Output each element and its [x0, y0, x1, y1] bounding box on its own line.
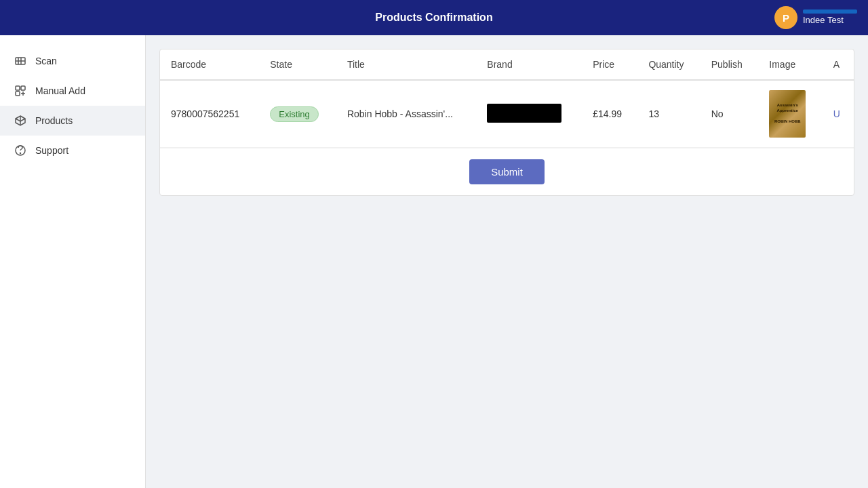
cell-price: £14.99	[582, 80, 637, 148]
support-icon	[14, 144, 27, 157]
sidebar-item-scan[interactable]: Scan	[0, 46, 145, 76]
products-table: Barcode State Title Brand Price Quantity…	[160, 49, 854, 148]
col-barcode: Barcode	[160, 49, 259, 80]
svg-rect-4	[16, 86, 20, 90]
scan-icon	[14, 54, 27, 68]
submit-area: Submit	[160, 148, 854, 195]
table-row: 9780007562251 Existing Robin Hobb - Assa…	[160, 80, 854, 148]
cell-title: Robin Hobb - Assassin'...	[336, 80, 476, 148]
sidebar-item-support[interactable]: Support	[0, 136, 145, 165]
col-action: A	[823, 49, 854, 80]
user-name: Indee Test	[803, 15, 844, 25]
sidebar-item-scan-label: Scan	[35, 56, 57, 66]
svg-rect-5	[21, 86, 25, 90]
app-header: Products Confirmation P Indee Test	[0, 0, 868, 35]
main-layout: Scan Manual Add	[0, 35, 868, 488]
submit-button[interactable]: Submit	[469, 159, 545, 184]
cell-brand	[476, 80, 582, 148]
sidebar-item-manual-add-label: Manual Add	[35, 85, 85, 96]
cell-publish: No	[701, 80, 759, 148]
page-title: Products Confirmation	[375, 12, 492, 24]
products-icon	[14, 114, 27, 127]
products-table-card: Barcode State Title Brand Price Quantity…	[159, 49, 854, 196]
manual-add-icon	[14, 84, 27, 98]
col-image: Image	[758, 49, 822, 80]
cell-barcode: 9780007562251	[160, 80, 259, 148]
sidebar-item-manual-add[interactable]: Manual Add	[0, 76, 145, 106]
action-link[interactable]: U	[833, 108, 840, 119]
cell-quantity: 13	[637, 80, 700, 148]
col-title: Title	[336, 49, 476, 80]
col-publish: Publish	[701, 49, 759, 80]
sidebar-item-support-label: Support	[35, 145, 68, 156]
col-price: Price	[582, 49, 637, 80]
sidebar: Scan Manual Add	[0, 35, 146, 488]
book-image: Assassin'sApprenticeROBIN HOBB	[769, 90, 806, 138]
cell-image: Assassin'sApprenticeROBIN HOBB	[758, 80, 822, 148]
col-quantity: Quantity	[637, 49, 700, 80]
user-info: P Indee Test	[774, 6, 857, 29]
avatar: P	[774, 6, 797, 29]
user-bar-decoration	[803, 9, 857, 14]
sidebar-item-products-label: Products	[35, 115, 73, 126]
cell-state: Existing	[259, 80, 336, 148]
table-header-row: Barcode State Title Brand Price Quantity…	[160, 49, 854, 80]
svg-rect-6	[16, 92, 20, 96]
main-content: Barcode State Title Brand Price Quantity…	[146, 35, 868, 488]
state-badge: Existing	[270, 106, 319, 122]
col-brand: Brand	[476, 49, 582, 80]
brand-color-block	[487, 104, 561, 123]
svg-point-10	[20, 153, 21, 154]
cell-action[interactable]: U	[823, 80, 854, 148]
sidebar-item-products[interactable]: Products	[0, 106, 145, 136]
col-state: State	[259, 49, 336, 80]
